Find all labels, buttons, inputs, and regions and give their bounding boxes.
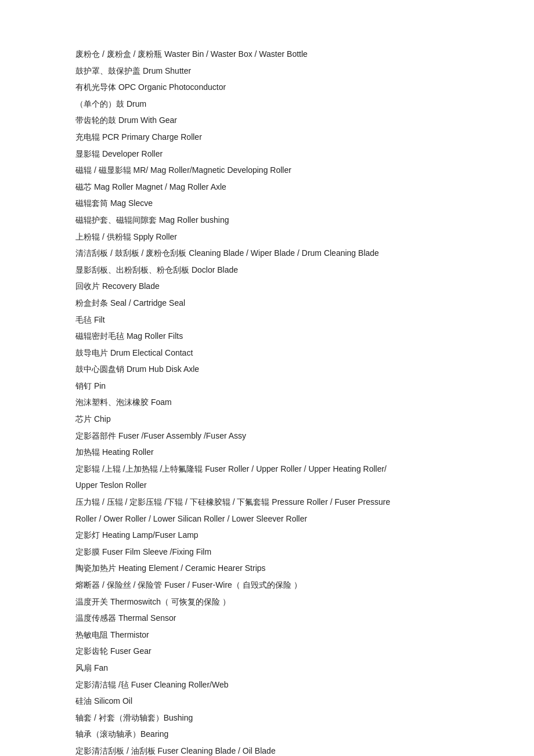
text-line-16: 毛毡 Filt <box>75 312 459 328</box>
text-line-2: 有机光导体 OPC Organic Photoconductor <box>75 79 459 95</box>
text-line-4: 带齿轮的鼓 Drum With Gear <box>75 113 459 128</box>
text-line-41: 轴套 / 衬套（滑动轴套）Bushing <box>75 710 459 726</box>
text-line-19: 鼓中心圆盘销 Drum Hub Disk Axle <box>75 361 459 377</box>
content-container: 废粉仓 / 废粉盒 / 废粉瓶 Waster Bin / Waster Box … <box>75 46 459 756</box>
text-line-0: 废粉仓 / 废粉盒 / 废粉瓶 Waster Bin / Waster Box … <box>75 46 459 62</box>
text-line-17: 磁辊密封毛毡 Mag Roller Filts <box>75 328 459 344</box>
text-line-27: 压力辊 / 压辊 / 定影压辊 /下辊 / 下硅橡胶辊 / 下氟套辊 Press… <box>75 494 459 510</box>
text-line-29: 定影灯 Heating Lamp/Fuser Lamp <box>75 527 459 543</box>
text-line-5: 充电辊 PCR Primary Charge Roller <box>75 129 459 145</box>
text-line-18: 鼓导电片 Drum Electical Contact <box>75 345 459 361</box>
text-line-10: 磁辊护套、磁辊间隙套 Mag Roller bushing <box>75 212 459 228</box>
text-line-14: 回收片 Recovery Blade <box>75 278 459 294</box>
text-line-31: 陶瓷加热片 Heating Element / Ceramic Hearer S… <box>75 560 459 576</box>
text-line-26: Upper Teslon Roller <box>75 478 459 493</box>
text-line-7: 磁辊 / 磁显影辊 MR/ Mag Roller/Magnetic Develo… <box>75 162 459 178</box>
text-line-36: 热敏电阻 Thermistor <box>75 627 459 643</box>
text-line-15: 粉盒封条 Seal / Cartridge Seal <box>75 295 459 311</box>
text-line-21: 泡沫塑料、泡沫橡胶 Foam <box>75 395 459 410</box>
text-line-23: 定影器部件 Fuser /Fuser Assembly /Fuser Assy <box>75 428 459 444</box>
text-line-30: 定影膜 Fuser Film Sleeve /Fixing Film <box>75 544 459 560</box>
text-line-8: 磁芯 Mag Roller Magnet / Mag Roller Axle <box>75 179 459 195</box>
text-line-39: 定影清洁辊 /毡 Fuser Cleaning Roller/Web <box>75 677 459 693</box>
text-line-20: 销钉 Pin <box>75 378 459 394</box>
text-line-6: 显影辊 Developer Roller <box>75 146 459 162</box>
text-line-33: 温度开关 Thermoswitch（ 可恢复的保险 ） <box>75 594 459 610</box>
text-line-25: 定影辊 /上辊 /上加热辊 /上特氟隆辊 Fuser Roller / Uppe… <box>75 461 459 477</box>
text-line-3: （单个的）鼓 Drum <box>75 96 459 112</box>
text-line-22: 芯片 Chip <box>75 411 459 427</box>
text-line-12: 清洁刮板 / 鼓刮板 / 废粉仓刮板 Cleaning Blade / Wipe… <box>75 245 459 261</box>
text-line-37: 定影齿轮 Fuser Gear <box>75 643 459 659</box>
text-line-34: 温度传感器 Thermal Sensor <box>75 610 459 626</box>
text-line-9: 磁辊套筒 Mag Slecve <box>75 196 459 211</box>
text-line-13: 显影刮板、出粉刮板、粉仓刮板 Doclor Blade <box>75 262 459 278</box>
text-line-32: 熔断器 / 保险丝 / 保险管 Fuser / Fuser-Wire（ 自毁式的… <box>75 577 459 593</box>
text-line-43: 定影清洁刮板 / 油刮板 Fuser Cleaning Blade / Oil … <box>75 743 459 756</box>
text-line-28: Roller / Ower Roller / Lower Silican Rol… <box>75 511 459 527</box>
text-line-40: 硅油 Silicom Oil <box>75 693 459 709</box>
text-line-42: 轴承（滚动轴承）Bearing <box>75 726 459 742</box>
text-line-1: 鼓护罩、鼓保护盖 Drum Shutter <box>75 63 459 79</box>
text-line-24: 加热辊 Heating Roller <box>75 444 459 460</box>
text-line-11: 上粉辊 / 供粉辊 Spply Roller <box>75 229 459 245</box>
text-line-38: 风扇 Fan <box>75 660 459 676</box>
